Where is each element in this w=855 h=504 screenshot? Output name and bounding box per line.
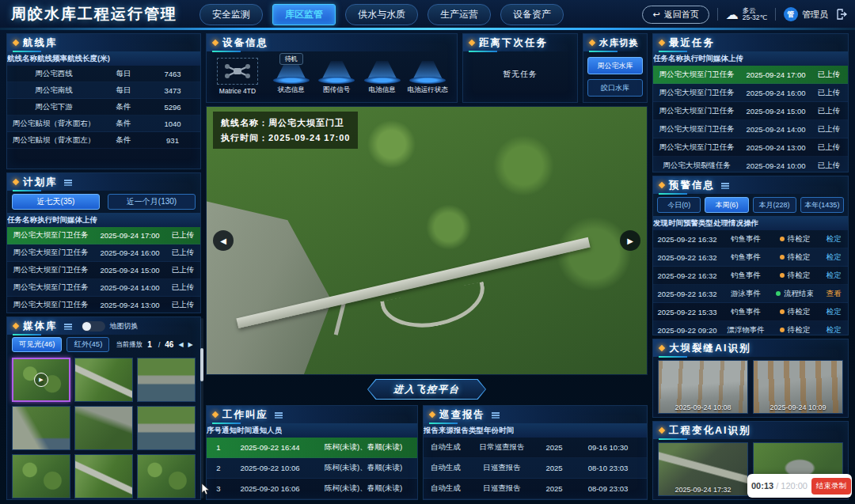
- nav-tab[interactable]: 安全监测: [200, 4, 263, 25]
- media-thumbnail[interactable]: [74, 358, 133, 402]
- recent-task-row[interactable]: 周公宅大坝至门卫任务 2025-09-24 17:00 已上传: [653, 66, 848, 84]
- recent-task-row[interactable]: 周公宅大坝裂缝任务 2025-09-24 10:00 已上传: [653, 157, 848, 172]
- thumbnail-timestamp: 2025-09-24 10:09: [754, 404, 842, 411]
- media-thumbnail[interactable]: [12, 454, 70, 498]
- nav-tab[interactable]: 库区监管: [272, 4, 336, 25]
- report-row[interactable]: 自动生成 日巡查报告 2025 08-09 23:03: [424, 479, 647, 499]
- recent-task-row[interactable]: 周公宅大坝至门卫任务 2025-09-24 16:00 已上传: [653, 84, 848, 102]
- alert-action-link[interactable]: 检定: [819, 234, 848, 244]
- media-thumbnail[interactable]: ▶: [12, 358, 70, 402]
- alert-row[interactable]: 2025-09-22 16:32 钓鱼事件 待检定 检定: [653, 267, 848, 285]
- sort-icon[interactable]: [64, 324, 72, 325]
- alert-action-link[interactable]: 检定: [819, 271, 848, 281]
- reservoir-option-button[interactable]: 皎口水库: [587, 79, 643, 97]
- plan-row[interactable]: 周公宅大坝至门卫任务 2025-09-24 17:00 已上传: [7, 227, 200, 244]
- alert-action-link[interactable]: 检定: [819, 252, 848, 263]
- alert-range-tab[interactable]: 本月(228): [753, 197, 796, 213]
- report-row[interactable]: 自动生成 日常巡查报告 2025 09-16 10:30: [424, 438, 647, 458]
- route-row[interactable]: 周公宅西线 每日 7463: [7, 66, 200, 82]
- nav-tab[interactable]: 生产运营: [428, 4, 491, 25]
- next-page-icon[interactable]: ▶: [188, 341, 193, 348]
- sort-icon[interactable]: [275, 412, 283, 414]
- upload-status: 已上传: [165, 300, 200, 310]
- reservoir-option-button[interactable]: 周公宅水库: [587, 57, 643, 74]
- device-status-item[interactable]: 电池信息: [359, 56, 405, 95]
- device-status-item[interactable]: 图传信号: [314, 56, 360, 95]
- column-header: 预警类型: [683, 216, 713, 230]
- crack-thumbnail[interactable]: 2025-09-24 10:09: [753, 360, 843, 414]
- device-status-item[interactable]: 电池运行状态: [405, 56, 451, 95]
- media-tab[interactable]: 可见光(46): [12, 337, 62, 352]
- alert-row[interactable]: 2025-09-22 09:20 漂浮物事件 待检定 检定: [653, 321, 848, 335]
- scrollbar-thumb[interactable]: [200, 348, 203, 381]
- inspection-report-panel: 巡查报告 报告来源报告类型年份时间 自动生成 日常巡查报告 2025 09-16…: [423, 405, 648, 500]
- user-widget[interactable]: 管 管理员: [784, 7, 828, 21]
- video-next-button[interactable]: ▶: [620, 230, 640, 251]
- alert-action-link[interactable]: 检定: [819, 325, 848, 335]
- recent-task-row[interactable]: 周公宅大坝至门卫任务 2025-09-24 13:00 已上传: [653, 138, 848, 157]
- route-row[interactable]: 周公宅贴坝（背水面右） 条件 1040: [7, 116, 200, 132]
- route-row[interactable]: 周公宅贴坝（背水面左） 条件 931: [7, 132, 200, 149]
- recent-task-row[interactable]: 周公宅大坝至门卫任务 2025-09-24 14:00 已上传: [653, 120, 848, 138]
- route-name-label: 航线名称：: [221, 118, 268, 127]
- task-time: 2025-09-24 13:00: [94, 301, 165, 309]
- alert-action-link[interactable]: 检定: [819, 307, 848, 317]
- sort-icon[interactable]: [721, 183, 729, 184]
- alert-range-tab[interactable]: 本周(6): [705, 197, 748, 213]
- prev-page-icon[interactable]: ◀: [178, 341, 183, 348]
- alert-row[interactable]: 2025-09-22 16:32 游泳事件 流程结束 查看: [653, 285, 848, 303]
- nav-tab[interactable]: 供水与水质: [345, 4, 418, 25]
- drone-video-feed[interactable]: 航线名称：周公宅大坝至门卫 执行时间：2025-09-24 17:00 ◀ ▶: [206, 106, 648, 375]
- alert-row[interactable]: 2025-09-22 16:32 钓鱼事件 待检定 检定: [653, 230, 848, 248]
- nav-tab[interactable]: 设备资产: [500, 4, 564, 25]
- report-row[interactable]: 自动生成 日巡查报告 2025 08-10 23:03: [424, 458, 647, 479]
- alert-type: 钓鱼事件: [721, 271, 770, 281]
- column-header: 航线名称: [7, 51, 37, 66]
- map-toggle[interactable]: [82, 321, 105, 332]
- logout-icon[interactable]: [836, 9, 847, 20]
- recent-tasks-header: 最近任务: [653, 34, 848, 51]
- alert-row[interactable]: 2025-09-22 15:33 钓鱼事件 待检定 检定: [653, 303, 848, 321]
- video-prev-button[interactable]: ◀: [213, 230, 234, 251]
- media-thumbnail[interactable]: [12, 406, 70, 450]
- drone-item[interactable]: Matrice 4TD: [213, 58, 262, 95]
- media-tab[interactable]: 红外(45): [66, 337, 109, 352]
- back-home-button[interactable]: ↩ 返回首页: [642, 6, 709, 24]
- stop-recording-button[interactable]: 结束录制: [811, 478, 851, 495]
- status-text: 待检定: [788, 307, 811, 317]
- sort-icon[interactable]: [64, 180, 72, 181]
- media-thumbnail[interactable]: [137, 406, 196, 450]
- recent-task-row[interactable]: 周公宅大坝至门卫任务 2025-09-24 15:00 已上传: [653, 102, 848, 120]
- media-thumbnail[interactable]: [74, 406, 133, 450]
- alert-row[interactable]: 2025-09-22 16:32 钓鱼事件 待检定 检定: [653, 248, 848, 267]
- alert-status: 流程结束: [770, 289, 819, 299]
- device-status-item[interactable]: 待机 状态信息: [268, 56, 314, 95]
- plan-row[interactable]: 周公宅大坝至门卫任务 2025-09-24 15:00 已上传: [7, 262, 200, 279]
- work-row[interactable]: 2 2025-09-22 10:06 陈柯(未读)、春顺(未读): [207, 458, 417, 479]
- panel-marker-icon: [212, 411, 218, 418]
- work-row[interactable]: 3 2025-09-20 16:06 陈柯(未读)、春顺(未读): [207, 479, 417, 499]
- panel-marker-icon: [659, 182, 665, 188]
- device-status-label: 电池运行状态: [408, 85, 448, 95]
- media-thumbnail[interactable]: [137, 454, 196, 498]
- enter-flight-control-button[interactable]: 进入飞控平台: [367, 379, 486, 400]
- plan-row[interactable]: 周公宅大坝至门卫任务 2025-09-24 16:00 已上传: [7, 244, 200, 262]
- change-thumbnail[interactable]: 2025-09-24 17:32: [658, 442, 748, 496]
- media-thumbnail[interactable]: [74, 454, 133, 498]
- alert-range-tab[interactable]: 本年(1435): [800, 197, 844, 213]
- plan-row[interactable]: 周公宅大坝至门卫任务 2025-09-24 14:00 已上传: [7, 279, 200, 297]
- column-header: 发现时间: [653, 216, 683, 230]
- crack-thumbnail[interactable]: 2025-09-24 10:08: [658, 360, 748, 414]
- work-row[interactable]: 1 2025-09-22 16:44 陈柯(未读)、春顺(未读): [207, 438, 417, 458]
- alert-action-link[interactable]: 查看: [819, 289, 848, 299]
- route-row[interactable]: 周公宅下游 条件 5296: [7, 99, 200, 116]
- sort-icon[interactable]: [492, 412, 500, 414]
- route-row[interactable]: 周公宅南线 每日 3473: [7, 82, 200, 99]
- next-task-header: 距离下次任务: [463, 34, 577, 51]
- plan-row[interactable]: 周公宅大坝至门卫任务 2025-09-24 13:00 已上传: [7, 297, 200, 313]
- media-thumbnail[interactable]: [137, 358, 196, 402]
- plan-range-tab[interactable]: 近一个月(130): [108, 194, 196, 210]
- alert-range-tab[interactable]: 今日(0): [657, 197, 701, 213]
- inspection-report-title: 巡查报告: [439, 408, 485, 422]
- plan-range-tab[interactable]: 近七天(35): [12, 194, 100, 210]
